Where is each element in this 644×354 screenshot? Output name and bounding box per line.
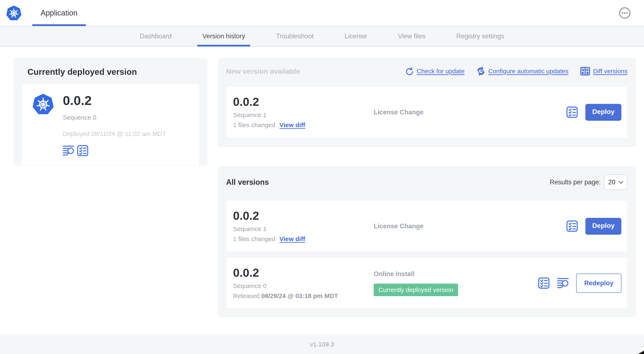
diff-icon: [580, 66, 590, 76]
refresh-icon: [405, 67, 414, 76]
view-diff-link[interactable]: View diff: [280, 235, 305, 243]
view-logs-icon: [63, 145, 74, 156]
files-changed-label: 1 files changed: [233, 122, 275, 129]
diff-versions-link[interactable]: Diff versions: [580, 66, 628, 76]
check-for-update-link[interactable]: Check for update: [405, 67, 464, 76]
version-released-timestamp: Released 08/29/24 @ 03:18 pm MDT: [233, 292, 374, 299]
right-column: New version available Check for update C…: [218, 58, 636, 317]
version-row: 0.0.2 Sequence 0 Released 08/29/24 @ 03:…: [226, 257, 628, 309]
auto-update-clock-icon: [476, 67, 486, 76]
app-title: Application: [40, 9, 78, 17]
preflight-checks-icon: [77, 145, 88, 156]
preflight-checks-button[interactable]: [566, 106, 578, 118]
tab-version-history[interactable]: Version history: [197, 26, 250, 46]
preflight-checks-button[interactable]: [566, 220, 578, 232]
overflow-menu-button[interactable]: [619, 7, 630, 19]
main-nav: Dashboard Version history Troubleshoot L…: [0, 26, 644, 47]
new-version-row: 0.0.2 Sequence 1 1 files changed View di…: [226, 87, 628, 138]
deploy-button[interactable]: Deploy: [586, 218, 622, 235]
currently-deployed-badge: Currently deployed version: [374, 284, 458, 296]
redeploy-button[interactable]: Redeploy: [576, 273, 622, 293]
currently-deployed-title: Currently deployed version: [28, 67, 200, 77]
deployed-sequence: Sequence 0: [63, 114, 166, 121]
ellipsis-circle-icon: [619, 7, 630, 19]
deployed-version-panel: 0.0.2 Sequence 0 Deployed 09/11/24 @ 11:…: [22, 84, 200, 166]
main-content: Currently deployed version 0.0.2 Sequenc…: [0, 47, 644, 317]
all-versions-title: All versions: [226, 178, 269, 187]
tab-view-files[interactable]: View files: [393, 26, 430, 46]
admin-console-version: v1.109.3: [310, 341, 334, 348]
view-logs-button[interactable]: [557, 278, 569, 288]
version-number: 0.0.2: [233, 96, 374, 108]
deployed-timestamp: Deployed 09/11/24 @ 11:02 am MDT: [63, 130, 166, 137]
chevron-down-icon: [618, 180, 624, 184]
preflight-checks-icon: [566, 106, 578, 118]
kubernetes-logo: [6, 6, 21, 21]
configure-automatic-updates-link[interactable]: Configure automatic updates: [476, 67, 569, 76]
view-logs-button[interactable]: [63, 145, 74, 156]
version-sequence: Sequence 1: [233, 111, 374, 119]
version-number: 0.0.2: [233, 210, 374, 222]
version-source-label: License Change: [374, 109, 562, 116]
version-source-label: Online Install: [374, 270, 534, 278]
files-changed-label: 1 files changed: [233, 235, 275, 243]
kubernetes-logo: [33, 94, 54, 115]
app-title-tab[interactable]: Application: [32, 0, 86, 26]
version-sequence: Sequence 0: [233, 282, 374, 289]
preflight-checks-button[interactable]: [538, 277, 550, 289]
preflight-checks-icon: [538, 277, 550, 289]
currently-deployed-card: Currently deployed version 0.0.2 Sequenc…: [14, 58, 208, 166]
deploy-button[interactable]: Deploy: [586, 104, 622, 121]
view-diff-link[interactable]: View diff: [280, 122, 305, 129]
preflight-checks-icon: [566, 220, 578, 232]
preflight-checks-button[interactable]: [77, 145, 88, 156]
app-header: Application: [0, 0, 644, 26]
results-per-page-label: Results per page:: [550, 178, 601, 186]
tab-dashboard[interactable]: Dashboard: [134, 26, 177, 46]
tab-troubleshoot[interactable]: Troubleshoot: [271, 26, 319, 46]
results-per-page-value: 20: [608, 178, 615, 186]
version-sequence: Sequence 1: [233, 225, 374, 232]
app-footer: v1.109.3: [0, 334, 644, 354]
version-row: 0.0.2 Sequence 1 1 files changed View di…: [226, 200, 628, 252]
new-version-card: New version available Check for update C…: [218, 58, 636, 147]
version-number: 0.0.2: [233, 267, 374, 279]
results-per-page-select[interactable]: 20: [604, 174, 628, 190]
tab-registry-settings[interactable]: Registry settings: [451, 26, 510, 46]
all-versions-card: All versions Results per page: 20 0.0.2 …: [218, 166, 636, 317]
view-logs-icon: [557, 278, 569, 288]
version-source-label: License Change: [374, 222, 562, 230]
app-tab-active-underline: [32, 24, 86, 26]
new-version-title: New version available: [226, 67, 300, 75]
deployed-version-number: 0.0.2: [63, 94, 166, 107]
tab-license[interactable]: License: [340, 26, 372, 46]
